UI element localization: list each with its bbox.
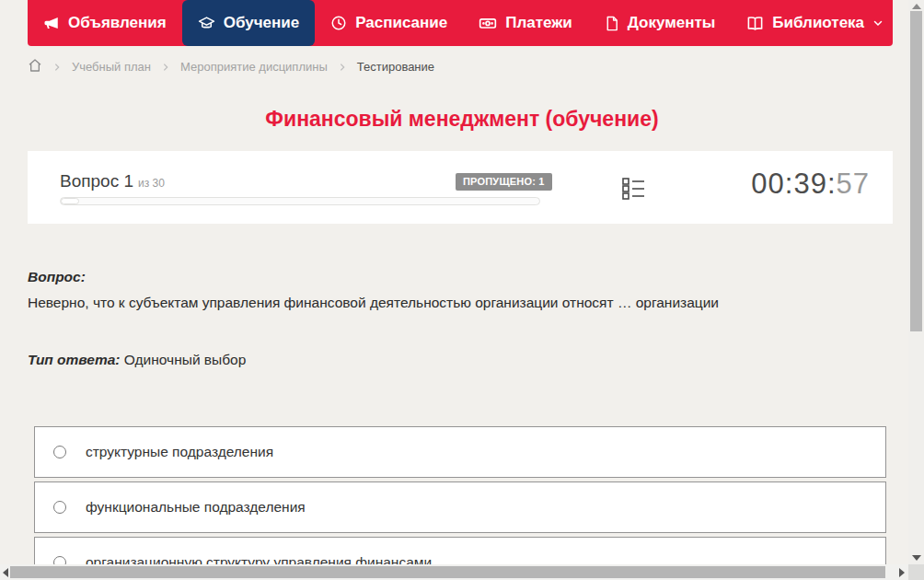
vertical-scrollbar[interactable] — [908, 0, 924, 564]
chevron-right-icon — [338, 63, 347, 72]
home-icon — [28, 62, 42, 75]
nav-item-announcements[interactable]: Объявления — [28, 0, 182, 46]
nav-item-label: Библиотека — [772, 14, 864, 32]
nav-item-label: Платежи — [505, 14, 572, 32]
scroll-right-arrow-icon[interactable] — [899, 568, 905, 577]
nav-item-label: Расписание — [355, 14, 447, 32]
book-icon — [746, 15, 764, 32]
chevron-right-icon — [52, 63, 62, 72]
clock-icon — [330, 15, 347, 31]
horizontal-scrollbar[interactable] — [0, 564, 908, 580]
nav-item-label: Объявления — [68, 14, 167, 32]
timer-seconds: 57 — [837, 168, 870, 200]
scrollbar-corner — [908, 564, 924, 580]
question-list-button[interactable] — [620, 177, 646, 203]
page-title: Финансовый менеджмент (обучение) — [0, 107, 924, 132]
breadcrumb-item-testing: Тестирование — [357, 60, 434, 74]
quiz-status-panel: Вопрос 1из 30 ПРОПУЩЕНО: 1 00:39:57 — [28, 151, 893, 224]
progress-bar-thumb — [61, 198, 79, 204]
breadcrumb-item-discipline-event[interactable]: Мероприятие дисциплины — [180, 60, 328, 74]
breadcrumb: Учебный план Мероприятие дисциплины Тест… — [28, 58, 434, 75]
answer-options: структурные подразделения функциональные… — [34, 426, 886, 580]
timer-hours-minutes: 00:39: — [751, 168, 836, 200]
answer-option-label: структурные подразделения — [86, 444, 273, 460]
vertical-scrollbar-thumb[interactable] — [910, 11, 922, 331]
question-list-icon — [621, 176, 645, 203]
progress-bar — [60, 197, 540, 205]
answer-type-row: Тип ответа: Одиночный выбор — [28, 352, 860, 368]
question-counter-label: Вопрос 1 — [60, 171, 133, 191]
question-counter-total: из 30 — [138, 177, 165, 190]
scroll-down-arrow-icon[interactable] — [912, 555, 921, 561]
banknote-icon — [479, 14, 497, 32]
top-navbar: Объявления Обучение Расписание — [28, 0, 893, 46]
answer-type-label: Тип ответа: — [28, 352, 121, 367]
scroll-left-arrow-icon[interactable] — [3, 568, 8, 577]
skipped-badge: ПРОПУЩЕНО: 1 — [456, 173, 552, 191]
scroll-up-arrow-icon[interactable] — [912, 4, 921, 9]
graduation-cap-icon — [198, 15, 215, 32]
nav-item-label: Документы — [628, 14, 716, 32]
nav-item-learning[interactable]: Обучение — [182, 0, 315, 46]
question-counter: Вопрос 1из 30 — [60, 171, 165, 191]
answer-type-value: Одиночный выбор — [124, 352, 247, 367]
timer: 00:39:57 — [751, 168, 870, 201]
nav-item-schedule[interactable]: Расписание — [315, 0, 463, 46]
nav-item-label: Обучение — [224, 14, 299, 32]
megaphone-icon — [43, 15, 60, 31]
answer-option-1[interactable]: структурные подразделения — [34, 426, 886, 478]
answer-option-2[interactable]: функциональные подразделения — [34, 481, 886, 533]
answer-option-label: функциональные подразделения — [86, 499, 306, 516]
question-block: Вопрос: Неверно, что к субъектам управле… — [28, 269, 860, 368]
radio-button[interactable] — [53, 501, 66, 514]
question-prompt-label: Вопрос: — [28, 269, 860, 285]
nav-item-library[interactable]: Библиотека — [731, 0, 899, 46]
horizontal-scrollbar-thumb[interactable] — [10, 566, 885, 578]
nav-item-payments[interactable]: Платежи — [463, 0, 588, 46]
chevron-down-icon — [872, 17, 884, 29]
document-icon — [604, 16, 619, 31]
chevron-right-icon — [161, 63, 170, 72]
question-text: Неверно, что к субъектам управления фина… — [28, 295, 860, 311]
breadcrumb-item-curriculum[interactable]: Учебный план — [72, 60, 151, 74]
breadcrumb-home[interactable] — [28, 58, 42, 75]
nav-item-documents[interactable]: Документы — [588, 0, 732, 46]
radio-button[interactable] — [53, 446, 66, 458]
